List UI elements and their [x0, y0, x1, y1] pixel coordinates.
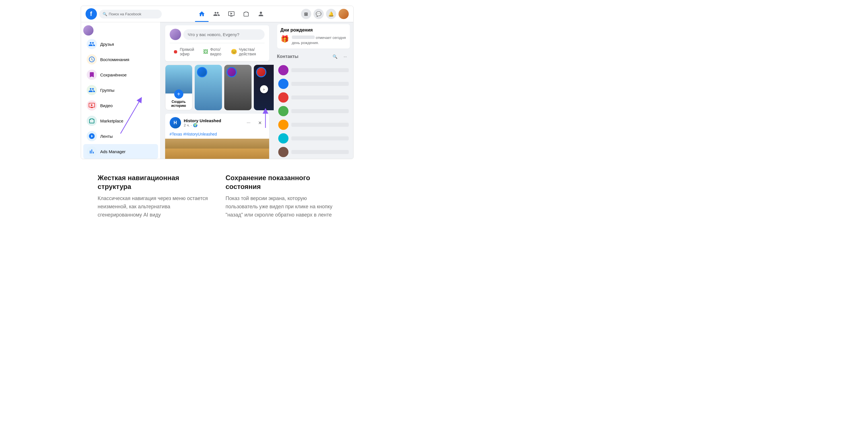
- post-image: [165, 139, 269, 159]
- notifications-button[interactable]: 🔔: [326, 9, 336, 19]
- sidebar-video-label: Видео: [100, 103, 113, 108]
- sidebar-item-marketplace[interactable]: Marketplace: [83, 114, 158, 128]
- sidebar-item-memories[interactable]: Воспоминания: [83, 52, 158, 67]
- story-3-avatar: [256, 67, 266, 77]
- story-2[interactable]: [224, 65, 251, 110]
- contacts-list: [277, 63, 350, 159]
- bottom-left-col: Жесткая навигационная структура Классиче…: [98, 173, 209, 219]
- sidebar-item-friends[interactable]: Друзья: [83, 37, 158, 52]
- story-1[interactable]: [195, 65, 222, 110]
- sidebar-item-video[interactable]: Видео: [83, 98, 158, 113]
- sidebar-item-saved[interactable]: Сохранённое: [83, 67, 158, 82]
- contact-item[interactable]: [277, 132, 350, 145]
- contact-name: [291, 95, 349, 99]
- contact-item[interactable]: [277, 63, 350, 77]
- birthday-text: отмечает сегодня день рождения.: [292, 35, 346, 45]
- sidebar-groups-label: Группы: [100, 88, 115, 93]
- contact-name: [291, 150, 349, 154]
- fb-feed: Что у вас нового, Evgeny? ⏺ Прямой эфир …: [161, 22, 274, 159]
- create-story-card[interactable]: + Создать историю: [165, 65, 192, 110]
- fb-logo[interactable]: f: [86, 8, 97, 20]
- fb-right-panel: Дни рождения 🎁 отмечает сегодня день рож…: [274, 22, 353, 159]
- sidebar-saved-label: Сохранённое: [100, 72, 127, 77]
- stories-next-button[interactable]: ›: [260, 85, 268, 93]
- contacts-search-button[interactable]: 🔍: [331, 52, 340, 61]
- birthday-content: 🎁 отмечает сегодня день рождения.: [281, 35, 346, 45]
- sidebar-memories-label: Воспоминания: [100, 57, 129, 62]
- fb-screenshot: f 🔍 Поиск на Facebook: [81, 6, 353, 159]
- apps-button[interactable]: ⊞: [301, 9, 311, 19]
- fb-sidebar: Друзья Воспоминания Сохранённое: [81, 22, 161, 159]
- contact-avatar: [278, 65, 288, 75]
- bottom-left-desc: Классическая навигация через меню остает…: [98, 194, 209, 219]
- nav-video-button[interactable]: [224, 7, 238, 21]
- contact-avatar: [278, 92, 288, 103]
- nav-friends-button[interactable]: [210, 7, 223, 21]
- search-icon: 🔍: [102, 12, 107, 16]
- marketplace-icon: [87, 116, 97, 126]
- birthday-title: Дни рождения: [281, 28, 346, 33]
- contact-name: [291, 136, 349, 140]
- contact-avatar: [278, 120, 288, 130]
- fb-search-bar[interactable]: 🔍 Поиск на Facebook: [99, 10, 162, 19]
- contact-item[interactable]: [277, 145, 350, 159]
- nav-marketplace-button[interactable]: [239, 7, 253, 21]
- sidebar-item-groups[interactable]: Группы: [83, 83, 158, 97]
- sidebar-user-avatar[interactable]: [83, 25, 94, 35]
- svg-rect-0: [165, 149, 269, 159]
- post-card: H History Unleashed 2 ч. · 🌍 ··· ✕ #Texa…: [165, 114, 269, 159]
- fb-right-icons: ⊞ 💬 🔔: [301, 9, 349, 19]
- contacts-more-button[interactable]: ···: [341, 52, 350, 61]
- contacts-section: Контакты 🔍 ···: [277, 52, 350, 159]
- sidebar-reels-label: Ленты: [100, 134, 113, 139]
- post-header: H History Unleashed 2 ч. · 🌍 ··· ✕: [165, 114, 269, 132]
- contact-item[interactable]: [277, 77, 350, 91]
- post-close-button[interactable]: ✕: [255, 118, 265, 127]
- contact-item[interactable]: [277, 104, 350, 118]
- contact-avatar: [278, 133, 288, 144]
- contact-item[interactable]: [277, 91, 350, 104]
- photo-action-button[interactable]: 🖼 Фото/видео: [200, 45, 227, 58]
- live-action-button[interactable]: ⏺ Прямой эфир: [170, 45, 200, 58]
- bottom-right-title: Сохранение показанного состояния: [226, 173, 337, 191]
- post-hashtag[interactable]: #Texas #HistoryUnleashed: [165, 132, 269, 139]
- fb-navbar: f 🔍 Поиск на Facebook: [81, 6, 353, 22]
- feeling-action-button[interactable]: 😊 Чувства/действия: [227, 45, 264, 58]
- sidebar-friends-label: Друзья: [100, 42, 114, 46]
- sidebar-marketplace-label: Marketplace: [100, 119, 124, 123]
- contact-name: [291, 109, 349, 113]
- post-page-name[interactable]: History Unleashed: [184, 118, 241, 123]
- sidebar-item-reels[interactable]: Ленты: [83, 129, 158, 144]
- create-post-avatar: [170, 29, 181, 40]
- photo-label: Фото/видео: [210, 47, 224, 56]
- contact-avatar: [278, 147, 288, 157]
- create-post-input[interactable]: Что у вас нового, Evgeny?: [183, 29, 265, 40]
- nav-profile-button[interactable]: [254, 7, 268, 21]
- contacts-header: Контакты 🔍 ···: [277, 52, 350, 61]
- bottom-right-desc: Показ той версии экрана, которую пользов…: [226, 194, 337, 219]
- contacts-title: Контакты: [277, 54, 331, 59]
- facebook-screenshot-wrapper: f 🔍 Поиск на Facebook: [81, 6, 353, 159]
- user-avatar[interactable]: [339, 9, 349, 19]
- fb-nav-icons: [162, 7, 301, 21]
- post-meta: History Unleashed 2 ч. · 🌍: [184, 118, 241, 127]
- video-icon: [87, 100, 97, 110]
- contact-name: [291, 68, 349, 72]
- create-story-label: Создать историю: [165, 100, 192, 108]
- live-icon: ⏺: [173, 49, 178, 55]
- create-post-top: Что у вас нового, Evgeny?: [170, 29, 265, 40]
- story-1-avatar: [197, 67, 207, 77]
- post-actions: ··· ✕: [244, 118, 265, 127]
- saved-icon: [87, 70, 97, 80]
- sidebar-item-ads-manager[interactable]: Ads Manager: [83, 144, 158, 159]
- contact-item[interactable]: [277, 118, 350, 132]
- feeling-icon: 😊: [231, 49, 237, 55]
- post-more-button[interactable]: ···: [244, 118, 253, 127]
- live-label: Прямой эфир: [180, 47, 197, 56]
- birthday-card: Дни рождения 🎁 отмечает сегодня день рож…: [277, 24, 350, 49]
- story-2-avatar: [226, 67, 237, 77]
- nav-home-button[interactable]: [195, 7, 209, 21]
- messenger-button[interactable]: 💬: [313, 9, 324, 19]
- contact-avatar: [278, 79, 288, 89]
- post-time: 2 ч. · 🌍: [184, 123, 241, 127]
